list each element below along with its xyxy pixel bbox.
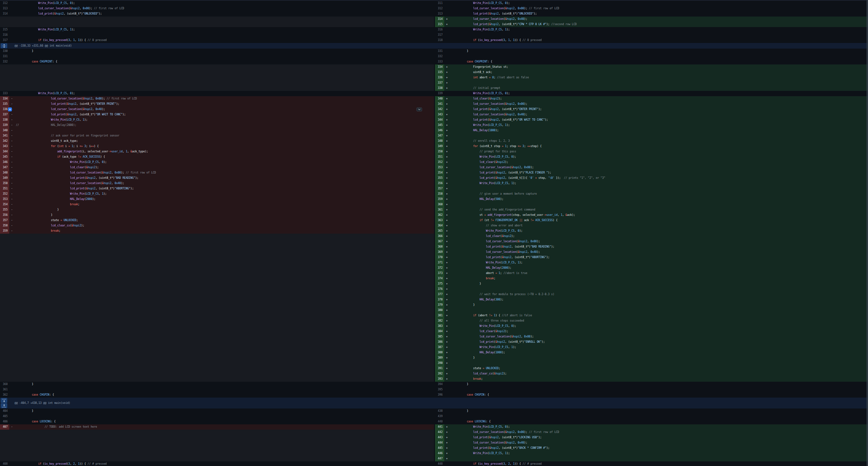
add-comment-button[interactable]: + [8,107,12,112]
line-number[interactable]: 406 [0,419,9,424]
line-number[interactable]: 339 [0,123,9,128]
line-number[interactable]: 348 [0,170,9,176]
line-number[interactable]: 387 [435,345,444,350]
line-number[interactable]: 356 [435,181,444,186]
line-number[interactable]: 404 [0,408,9,414]
line-number[interactable]: 352 [435,160,444,165]
line-number[interactable]: 374 [435,276,444,281]
line-number[interactable]: 393 [435,376,444,382]
line-number[interactable]: 440 [435,419,444,424]
expand-all-button[interactable] [1,43,7,48]
line-number[interactable]: 443 [435,435,444,440]
line-number[interactable]: 331 [435,49,444,54]
line-number[interactable]: 341 [435,101,444,107]
line-number[interactable]: 342 [435,107,444,112]
line-number[interactable]: 395 [435,387,444,392]
line-number[interactable]: 350 [0,181,9,186]
line-number[interactable]: 316 [435,27,444,32]
line-number[interactable]: 365 [435,228,444,234]
line-number[interactable]: 371 [435,260,444,266]
line-number[interactable]: 355 [0,207,9,213]
line-number[interactable]: 360 [435,202,444,207]
line-number[interactable]: 333 [0,91,9,96]
line-number[interactable]: 349 [0,176,9,181]
line-number[interactable]: 368 [435,244,444,250]
line-number[interactable]: 355 [435,176,444,181]
line-number[interactable]: 447 [435,456,444,461]
line-number[interactable]: 385 [435,334,444,339]
line-number[interactable]: 354 [435,170,444,176]
line-number[interactable]: 342 [0,138,9,144]
line-number[interactable]: 382 [435,318,444,323]
line-number[interactable]: 439 [435,414,444,419]
line-number[interactable]: 341 [0,133,9,138]
line-number[interactable]: 340 [435,96,444,101]
line-number[interactable]: 408 [0,461,9,466]
line-number[interactable]: 337 [0,112,9,117]
line-number[interactable]: 344 [435,117,444,123]
line-number[interactable]: 360 [0,382,9,387]
line-number[interactable]: 347 [0,165,9,170]
line-number[interactable]: 367 [435,239,444,244]
line-number[interactable]: 381 [435,313,444,318]
line-number[interactable]: 394 [435,382,444,387]
line-number[interactable]: 372 [435,266,444,271]
line-number[interactable]: 347 [435,133,444,138]
line-number[interactable]: 345 [435,123,444,128]
line-number[interactable]: 315 [0,27,9,32]
line-number[interactable]: 366 [435,234,444,239]
line-number[interactable]: 336 [435,75,444,80]
line-number[interactable]: 335 [0,101,9,107]
line-number[interactable]: 313 [435,11,444,17]
expand-up-button[interactable] [1,403,7,408]
line-number[interactable]: 369 [435,250,444,255]
line-number[interactable]: 356 [0,213,9,218]
line-number[interactable]: 330 [0,49,9,54]
line-number[interactable]: 375 [435,281,444,286]
line-number[interactable]: 348 [435,138,444,144]
line-number[interactable]: 349 [435,144,444,149]
line-number[interactable]: 391 [435,366,444,371]
line-number[interactable]: 344 [0,149,9,154]
line-number[interactable]: 390 [435,361,444,366]
line-number[interactable]: 370 [435,255,444,260]
row-options-button[interactable] [416,107,422,112]
line-number[interactable]: 392 [435,371,444,376]
line-number[interactable]: 312 [435,6,444,11]
expand-down-button[interactable] [1,398,7,403]
line-number[interactable]: 388 [435,350,444,355]
line-number[interactable]: 383 [435,323,444,329]
line-number[interactable]: 405 [0,414,9,419]
line-number[interactable]: 333 [435,59,444,64]
line-number[interactable]: 338 [435,86,444,91]
line-number[interactable]: 362 [0,392,9,398]
line-number[interactable]: 446 [435,451,444,456]
line-number[interactable]: 316 [0,32,9,38]
line-number[interactable]: 318 [435,38,444,43]
line-number[interactable]: 361 [0,387,9,392]
line-number[interactable]: 346 [435,128,444,133]
line-number[interactable]: 376 [435,286,444,292]
line-number[interactable]: 396 [435,392,444,398]
line-number[interactable]: 441 [435,424,444,430]
line-number[interactable]: 337 [435,80,444,86]
line-number[interactable]: 444 [435,440,444,445]
line-number[interactable]: 445 [435,445,444,451]
line-number[interactable]: 448 [435,461,444,466]
line-number[interactable]: 331 [0,54,9,59]
line-number[interactable]: 364 [435,223,444,228]
line-number[interactable]: 359 [435,197,444,202]
line-number[interactable]: 317 [435,32,444,38]
line-number[interactable]: 351 [0,186,9,191]
line-number[interactable]: 353 [435,165,444,170]
line-number[interactable]: 335 [435,70,444,75]
line-number[interactable]: 442 [435,430,444,435]
line-number[interactable]: 315 [435,22,444,27]
line-number[interactable]: 314 [435,17,444,22]
line-number[interactable]: 334 [0,96,9,101]
line-number[interactable]: 334 [435,64,444,70]
line-number[interactable]: 352 [0,191,9,197]
line-number[interactable]: 359 [0,228,9,234]
line-number[interactable]: 363 [435,218,444,223]
line-number[interactable]: 313 [0,6,9,11]
